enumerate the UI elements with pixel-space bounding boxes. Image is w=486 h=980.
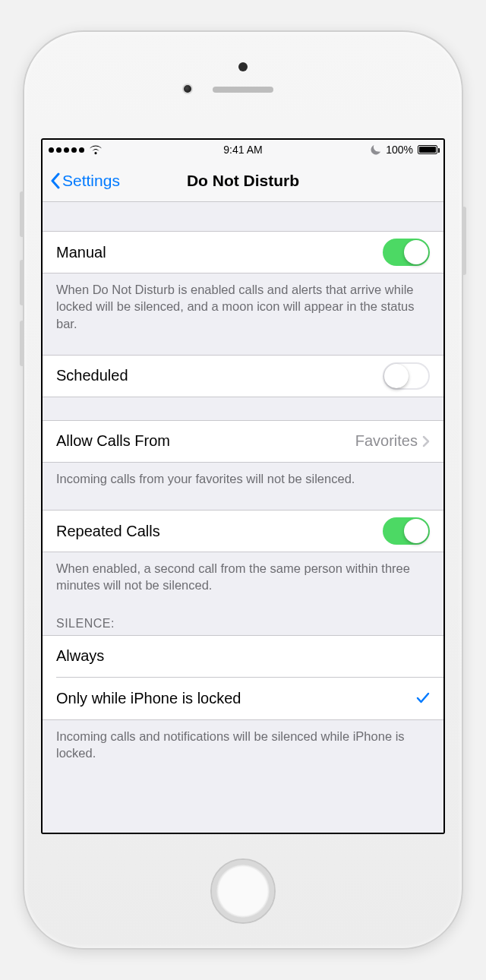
repeated-calls-label: Repeated Calls xyxy=(56,523,160,540)
manual-footer: When Do Not Disturb is enabled calls and… xyxy=(43,273,443,332)
phone-top-camera xyxy=(238,62,248,71)
allow-calls-footer: Incoming calls from your favorites will … xyxy=(43,463,443,487)
silence-group: Always Only while iPhone is locked xyxy=(43,635,443,720)
allow-calls-value: Favorites xyxy=(355,432,418,450)
battery-icon xyxy=(418,145,437,154)
allow-calls-from-row[interactable]: Allow Calls From Favorites xyxy=(43,420,443,463)
manual-label: Manual xyxy=(56,244,106,261)
scheduled-row[interactable]: Scheduled xyxy=(43,355,443,397)
chevron-right-icon xyxy=(422,435,430,447)
navigation-bar: Settings Do Not Disturb xyxy=(43,160,443,202)
silence-always-row[interactable]: Always xyxy=(43,635,443,678)
phone-frame: 9:41 AM 100% Settings Do Not Disturb xyxy=(23,30,463,950)
silence-section-header: SILENCE: xyxy=(43,611,443,635)
wifi-icon xyxy=(89,144,103,155)
repeated-calls-row[interactable]: Repeated Calls xyxy=(43,510,443,552)
battery-percentage: 100% xyxy=(386,144,413,156)
screen: 9:41 AM 100% Settings Do Not Disturb xyxy=(41,138,445,834)
checkmark-icon xyxy=(416,692,430,704)
phone-speaker xyxy=(213,87,273,93)
scheduled-toggle[interactable] xyxy=(383,362,430,390)
silence-footer: Incoming calls and notifications will be… xyxy=(43,720,443,762)
repeated-calls-footer: When enabled, a second call from the sam… xyxy=(43,552,443,594)
silence-always-label: Always xyxy=(56,647,104,665)
repeated-calls-toggle[interactable] xyxy=(383,517,430,545)
manual-toggle[interactable] xyxy=(383,239,430,266)
home-button[interactable] xyxy=(210,858,276,924)
page-title: Do Not Disturb xyxy=(43,172,443,190)
silence-locked-label: Only while iPhone is locked xyxy=(56,690,241,707)
silence-locked-row[interactable]: Only while iPhone is locked xyxy=(43,678,443,720)
status-bar: 9:41 AM 100% xyxy=(43,140,443,160)
scheduled-label: Scheduled xyxy=(56,367,128,384)
moon-icon xyxy=(371,144,381,155)
cellular-signal-icon xyxy=(49,147,84,153)
settings-table[interactable]: Manual When Do Not Disturb is enabled ca… xyxy=(43,202,443,833)
phone-front-camera xyxy=(182,84,193,94)
manual-row[interactable]: Manual xyxy=(43,231,443,273)
allow-calls-label: Allow Calls From xyxy=(56,432,170,450)
